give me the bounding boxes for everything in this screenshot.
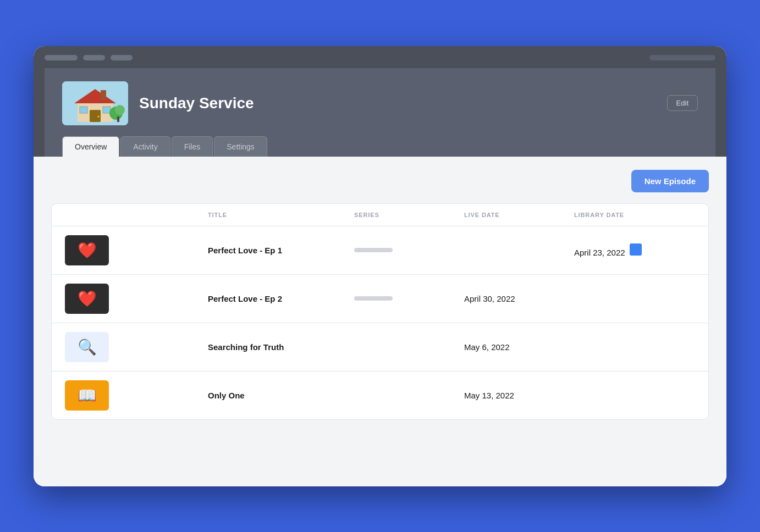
new-episode-button[interactable]: New Episode <box>631 170 709 192</box>
tab-overview[interactable]: Overview <box>62 136 119 157</box>
episode-title: Perfect Love - Ep 2 <box>208 294 354 303</box>
browser-tab-2 <box>83 55 105 60</box>
episode-title: Perfect Love - Ep 1 <box>208 246 354 255</box>
browser-address-bar <box>649 55 715 60</box>
episodes-table: TITLE SERIES LIVE DATE LIBRARY DATE ❤️ P… <box>51 203 709 420</box>
browser-tab-3 <box>111 55 133 60</box>
episode-thumbnail: ❤️ <box>65 284 109 314</box>
row-thumbnail-cell: ❤️ <box>65 235 208 265</box>
series-pill <box>354 248 393 252</box>
row-thumbnail-cell: 📖 <box>65 380 208 411</box>
episode-title: Searching for Truth <box>208 342 354 352</box>
main-content: New Episode TITLE SERIES LIVE DATE LIBRA… <box>34 157 726 486</box>
tab-files[interactable]: Files <box>172 136 213 157</box>
content-toolbar: New Episode <box>51 170 709 192</box>
live-date-cell: May 6, 2022 <box>464 342 574 352</box>
table-row[interactable]: 🔍 Searching for Truth May 6, 2022 <box>52 323 708 372</box>
col-header-thumb <box>65 212 208 218</box>
library-date-cell: April 23, 2022 <box>574 243 695 257</box>
svg-rect-7 <box>101 90 106 100</box>
app-header: Sunday Service Edit Overview Activity Fi… <box>45 68 715 157</box>
col-header-live-date: LIVE DATE <box>464 212 574 218</box>
col-header-series: SERIES <box>354 212 464 218</box>
svg-point-11 <box>98 115 100 117</box>
episode-title: Only One <box>208 391 354 400</box>
browser-frame: Sunday Service Edit Overview Activity Fi… <box>34 46 726 486</box>
browser-tab-1 <box>45 55 78 60</box>
svg-rect-5 <box>80 107 87 113</box>
episode-thumbnail: 🔍 <box>65 332 109 362</box>
row-thumbnail-cell: 🔍 <box>65 332 208 362</box>
header-left: Sunday Service <box>62 81 254 125</box>
svg-point-9 <box>115 105 125 115</box>
table-header-row: TITLE SERIES LIVE DATE LIBRARY DATE <box>52 204 708 226</box>
live-date-cell: May 13, 2022 <box>464 391 574 400</box>
browser-tabs <box>45 55 133 60</box>
episode-thumbnail: ❤️ <box>65 235 109 265</box>
tab-activity[interactable]: Activity <box>120 136 170 157</box>
svg-rect-6 <box>103 107 111 113</box>
tabs-bar: Overview Activity Files Settings <box>62 136 698 157</box>
series-cell <box>354 296 464 301</box>
channel-title: Sunday Service <box>139 95 254 112</box>
live-date-cell: April 30, 2022 <box>464 294 574 303</box>
col-header-title: TITLE <box>208 212 354 218</box>
browser-chrome: Sunday Service Edit Overview Activity Fi… <box>34 46 726 157</box>
table-row[interactable]: ❤️ Perfect Love - Ep 1 April 23, 2022 <box>52 226 708 275</box>
table-row[interactable]: 📖 Only One May 13, 2022 <box>52 372 708 419</box>
col-header-library-date: LIBRARY DATE <box>574 212 695 218</box>
svg-rect-10 <box>117 117 119 122</box>
app-header-top: Sunday Service Edit <box>62 81 698 125</box>
tab-settings[interactable]: Settings <box>214 136 267 157</box>
row-thumbnail-cell: ❤️ <box>65 284 208 314</box>
browser-top-bar <box>45 55 715 60</box>
channel-thumbnail <box>62 81 128 125</box>
table-row[interactable]: ❤️ Perfect Love - Ep 2 April 30, 2022 <box>52 275 708 323</box>
edit-button[interactable]: Edit <box>667 95 698 111</box>
action-icon[interactable] <box>630 243 642 256</box>
series-cell <box>354 248 464 252</box>
series-pill <box>354 296 393 301</box>
episode-thumbnail: 📖 <box>65 380 109 411</box>
